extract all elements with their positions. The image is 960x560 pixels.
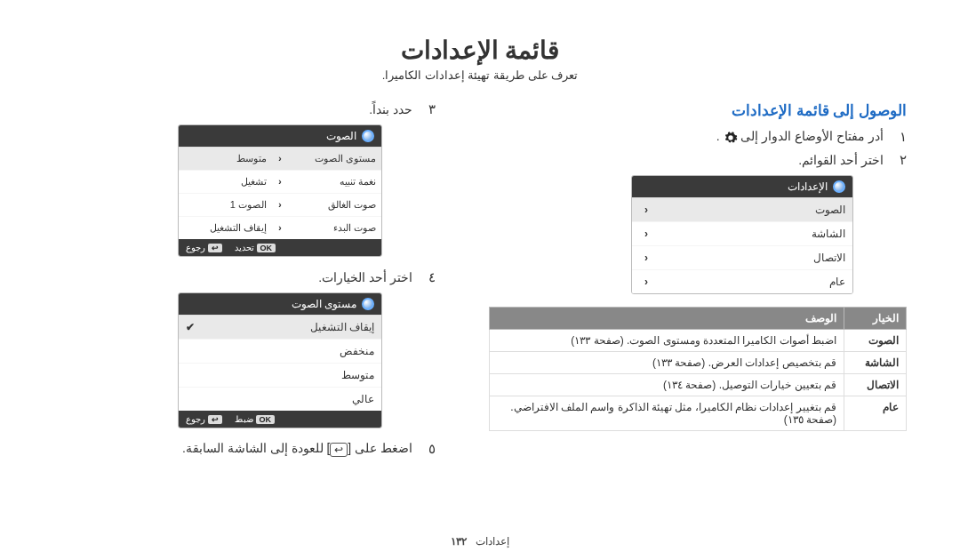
menu-row[interactable]: صوت البدء › إيقاف التشغيل bbox=[179, 216, 381, 239]
step-1-text: أدر مفتاح الأوضاع الدوار إلى . bbox=[716, 129, 884, 144]
ok-key-icon: OK bbox=[257, 244, 276, 252]
menu-row[interactable]: عالي bbox=[179, 387, 381, 411]
row-label: متوسط bbox=[186, 369, 374, 381]
cell-desc: قم بتخصيص إعدادات العرض. (صفحة ١٣٣) bbox=[490, 352, 844, 374]
row-label: الاتصال bbox=[653, 252, 845, 264]
chevron-icon: › bbox=[272, 194, 288, 216]
cell-desc: قم بتعيين خيارات التوصيل. (صفحة ١٣٤) bbox=[490, 374, 844, 396]
chevron-icon: › bbox=[272, 148, 288, 170]
row-value: تشغيل bbox=[179, 171, 272, 193]
row-label: نغمة تنبيه bbox=[288, 171, 381, 193]
cell-desc: اضبط أصوات الكاميرا المتعددة ومستوى الصو… bbox=[490, 330, 844, 352]
left-column: ٣ حدد بنداً. الصوت مستوى الصوت › متوسط ن… bbox=[53, 101, 436, 464]
check-icon: ✔ bbox=[186, 321, 195, 333]
step-4: ٤ اختر أحد الخيارات. bbox=[53, 269, 436, 285]
right-column: الوصول إلى قائمة الإعدادات ١ أدر مفتاح ا… bbox=[489, 101, 907, 431]
menu-header: مستوى الصوت bbox=[179, 293, 381, 315]
step-3-text: حدد بنداً. bbox=[369, 102, 412, 116]
step-1: ١ أدر مفتاح الأوضاع الدوار إلى . bbox=[489, 129, 907, 145]
row-label: الشاشة bbox=[653, 228, 845, 240]
row-label: إيقاف التشغيل bbox=[195, 321, 374, 333]
cell-desc: قم بتغيير إعدادات نظام الكاميرا، مثل تهي… bbox=[490, 396, 844, 431]
step-num-1: ١ bbox=[892, 129, 907, 145]
options-table: الخيار الوصف الصوت اضبط أصوات الكاميرا ا… bbox=[489, 307, 907, 431]
menu-row[interactable]: نغمة تنبيه › تشغيل bbox=[179, 170, 381, 193]
menu-row[interactable]: عام › bbox=[632, 269, 852, 293]
back-key-icon: ↩ bbox=[330, 443, 348, 457]
cell-option: الصوت bbox=[844, 330, 907, 352]
step-num-4: ٤ bbox=[421, 269, 436, 285]
section-title: الوصول إلى قائمة الإعدادات bbox=[489, 101, 907, 120]
step-num-2: ٢ bbox=[892, 152, 907, 168]
menu-row[interactable]: الاتصال › bbox=[632, 245, 852, 269]
step-num-5: ٥ bbox=[421, 441, 436, 457]
cell-option: الشاشة bbox=[844, 352, 907, 374]
step-2: ٢ اختر أحد القوائم. bbox=[489, 152, 907, 168]
cell-option: الاتصال bbox=[844, 374, 907, 396]
menu-header: الإعدادات bbox=[632, 176, 852, 197]
chevron-icon: › bbox=[272, 217, 288, 239]
ok-key-icon: OK bbox=[256, 415, 276, 424]
menu-sound-settings: الصوت مستوى الصوت › متوسط نغمة تنبيه › ت… bbox=[178, 124, 382, 257]
step-3: ٣ حدد بنداً. bbox=[53, 101, 436, 117]
menu-header-label: الصوت bbox=[326, 130, 356, 142]
footer-label: إعدادات bbox=[476, 535, 509, 548]
menu-settings-root: الإعدادات الصوت › الشاشة › الاتصال › عام… bbox=[631, 175, 853, 294]
menu-volume-options: مستوى الصوت إيقاف التشغيل ✔ منخفض متوسط … bbox=[178, 292, 382, 428]
page-intro: تعرف على طريقة تهيئة إعدادات الكاميرا. bbox=[53, 68, 907, 82]
row-label: الصوت bbox=[653, 204, 845, 216]
chevron-icon: › bbox=[272, 171, 288, 193]
menu-row[interactable]: منخفض bbox=[179, 339, 381, 363]
row-label: عام bbox=[653, 276, 845, 288]
footer-action: ضبط bbox=[235, 414, 253, 424]
dial-icon bbox=[362, 298, 374, 310]
menu-row[interactable]: صوت الغالق › الصوت 1 bbox=[179, 193, 381, 216]
menu-row[interactable]: الصوت › bbox=[632, 197, 852, 221]
row-value: متوسط bbox=[179, 148, 272, 170]
menu-footer: OK تحديد ↩ رجوع bbox=[179, 239, 381, 256]
row-label: مستوى الصوت bbox=[288, 148, 381, 170]
menu-header-label: مستوى الصوت bbox=[292, 298, 356, 310]
footer-action: تحديد bbox=[235, 243, 254, 252]
menu-header: الصوت bbox=[179, 125, 381, 147]
chevron-icon: › bbox=[639, 252, 653, 264]
row-label: صوت الغالق bbox=[288, 194, 381, 216]
table-row: الشاشة قم بتخصيص إعدادات العرض. (صفحة ١٣… bbox=[490, 352, 907, 374]
footer-action: رجوع bbox=[186, 243, 205, 252]
cell-option: عام bbox=[844, 396, 907, 431]
row-label: صوت البدء bbox=[288, 217, 381, 239]
chevron-icon: › bbox=[639, 276, 653, 288]
back-key-icon: ↩ bbox=[208, 244, 222, 252]
page-title: قائمة الإعدادات bbox=[53, 36, 907, 65]
row-value: الصوت 1 bbox=[179, 194, 272, 216]
dial-icon bbox=[362, 130, 374, 142]
table-row: الاتصال قم بتعيين خيارات التوصيل. (صفحة … bbox=[490, 374, 907, 396]
step-num-3: ٣ bbox=[421, 101, 436, 117]
row-label: منخفض bbox=[186, 345, 374, 357]
chevron-icon: › bbox=[639, 228, 653, 240]
menu-row[interactable]: إيقاف التشغيل ✔ bbox=[179, 315, 381, 339]
menu-row[interactable]: الشاشة › bbox=[632, 221, 852, 245]
footer-action: رجوع bbox=[186, 414, 205, 424]
back-key-icon: ↩ bbox=[208, 415, 222, 424]
table-row: الصوت اضبط أصوات الكاميرا المتعددة ومستو… bbox=[490, 330, 907, 352]
row-value: إيقاف التشغيل bbox=[179, 217, 272, 239]
step-5: ٥ اضغط على [↩] للعودة إلى الشاشة السابقة… bbox=[53, 441, 436, 457]
page-footer: إعدادات ١٣٢ bbox=[0, 535, 960, 548]
table-row: عام قم بتغيير إعدادات نظام الكاميرا، مثل… bbox=[490, 396, 907, 431]
menu-header-label: الإعدادات bbox=[788, 180, 828, 193]
menu-footer: OK ضبط ↩ رجوع bbox=[179, 411, 381, 428]
step-2-text: اختر أحد القوائم. bbox=[798, 153, 884, 167]
row-label: عالي bbox=[186, 393, 374, 405]
step-4-text: اختر أحد الخيارات. bbox=[318, 270, 412, 284]
page-number: ١٣٢ bbox=[451, 535, 467, 548]
menu-row[interactable]: مستوى الصوت › متوسط bbox=[179, 147, 381, 170]
menu-row[interactable]: متوسط bbox=[179, 363, 381, 387]
gear-icon bbox=[724, 131, 738, 145]
th-desc: الوصف bbox=[490, 308, 844, 330]
th-option: الخيار bbox=[844, 308, 907, 330]
dial-icon bbox=[833, 180, 845, 193]
chevron-icon: › bbox=[639, 204, 653, 216]
step-5-text: اضغط على [↩] للعودة إلى الشاشة السابقة. bbox=[182, 441, 412, 456]
